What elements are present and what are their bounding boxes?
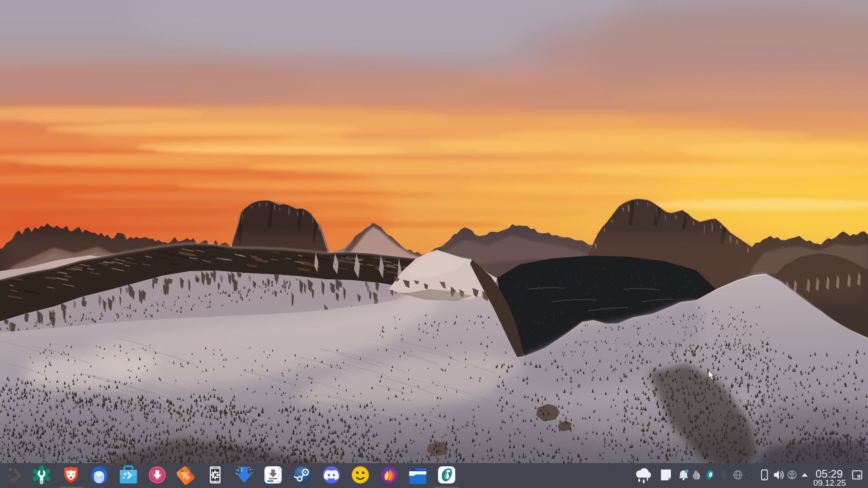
svg-text:09.12.25: 09.12.25 — [813, 478, 846, 488]
